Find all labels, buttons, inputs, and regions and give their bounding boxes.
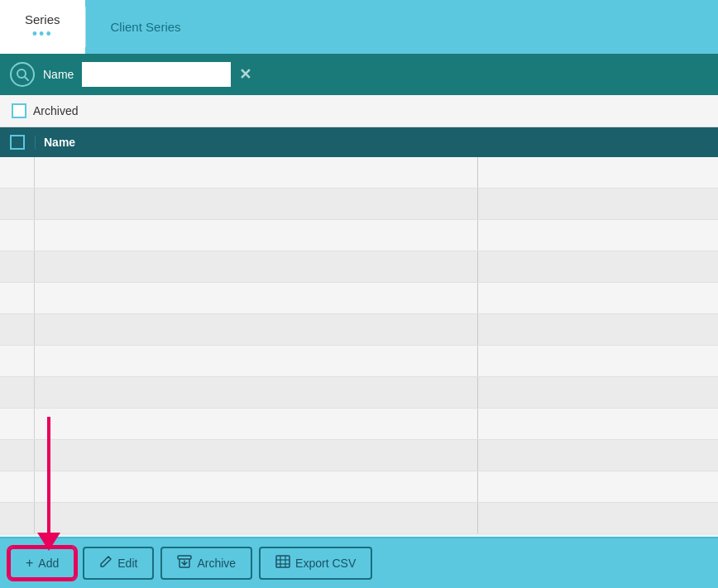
row-extra	[478, 346, 718, 376]
edit-button[interactable]: Edit	[83, 547, 154, 580]
row-name	[35, 346, 478, 376]
table-row[interactable]	[0, 251, 718, 283]
table-header: Name	[0, 127, 718, 157]
row-extra	[478, 251, 718, 282]
row-checkbox[interactable]	[0, 409, 35, 439]
row-checkbox[interactable]	[0, 377, 35, 408]
table-row[interactable]	[0, 377, 718, 409]
svg-rect-3	[276, 556, 290, 567]
archive-button-label: Archive	[197, 557, 236, 570]
header-select-all-checkbox[interactable]	[10, 135, 25, 150]
row-name	[35, 377, 478, 408]
row-extra	[478, 157, 718, 188]
row-extra	[478, 409, 718, 439]
search-clear-button[interactable]: ✕	[239, 65, 251, 84]
table-row[interactable]	[0, 189, 718, 220]
main-content: Name ✕ Archived Name	[0, 54, 718, 588]
row-name	[35, 314, 478, 345]
tab-client-series[interactable]: Client Series	[86, 0, 206, 54]
row-name	[35, 440, 478, 471]
row-checkbox[interactable]	[0, 346, 35, 376]
archived-label: Archived	[33, 104, 78, 117]
row-extra	[478, 189, 718, 219]
row-checkbox[interactable]	[0, 503, 35, 533]
svg-rect-2	[178, 556, 191, 559]
table-row[interactable]	[0, 157, 718, 189]
row-name	[35, 251, 478, 282]
row-extra	[478, 440, 718, 471]
row-extra	[478, 503, 718, 533]
row-name	[35, 471, 478, 502]
row-checkbox[interactable]	[0, 189, 35, 219]
row-name	[35, 189, 478, 219]
table-row[interactable]	[0, 471, 718, 503]
row-name	[35, 157, 478, 188]
row-name	[35, 409, 478, 439]
action-bar: + Add Edit Archi	[0, 537, 718, 588]
row-name	[35, 503, 478, 533]
row-extra	[478, 314, 718, 345]
row-checkbox[interactable]	[0, 220, 35, 251]
archive-button[interactable]: Archive	[160, 547, 252, 580]
tab-series-dots: •••	[32, 26, 53, 41]
svg-line-1	[25, 77, 28, 80]
table-row[interactable]	[0, 283, 718, 314]
add-icon: +	[26, 556, 33, 571]
edit-button-label: Edit	[117, 557, 137, 570]
row-name	[35, 283, 478, 313]
table-row[interactable]	[0, 314, 718, 346]
archived-checkbox[interactable]	[12, 103, 26, 118]
search-bar: Name ✕	[0, 54, 718, 95]
tab-series[interactable]: Series •••	[0, 0, 85, 54]
row-checkbox[interactable]	[0, 251, 35, 282]
row-checkbox[interactable]	[0, 314, 35, 345]
archived-filter-row: Archived	[0, 95, 718, 127]
table-row[interactable]	[0, 346, 718, 377]
tab-series-label: Series	[25, 12, 60, 26]
tab-client-series-label: Client Series	[111, 20, 181, 34]
export-csv-icon	[275, 555, 290, 571]
header-checkbox-cell	[0, 135, 35, 150]
archive-icon	[177, 555, 192, 571]
row-name	[35, 220, 478, 251]
row-extra	[478, 471, 718, 502]
export-csv-button-label: Export CSV	[295, 557, 356, 570]
edit-icon	[99, 555, 112, 571]
search-field-label: Name	[43, 68, 74, 81]
table-row[interactable]	[0, 409, 718, 440]
row-checkbox[interactable]	[0, 471, 35, 502]
content-area: Name	[0, 127, 718, 588]
column-name-header: Name	[35, 136, 478, 149]
row-checkbox[interactable]	[0, 157, 35, 188]
table-body	[0, 157, 718, 534]
row-extra	[478, 220, 718, 251]
search-input[interactable]	[82, 62, 231, 87]
row-checkbox[interactable]	[0, 440, 35, 471]
row-extra	[478, 377, 718, 408]
add-button[interactable]: + Add	[8, 547, 76, 580]
table-row[interactable]	[0, 503, 718, 534]
table-row[interactable]	[0, 220, 718, 251]
row-extra	[478, 283, 718, 313]
table-row[interactable]	[0, 440, 718, 471]
add-button-label: Add	[38, 557, 59, 570]
tab-bar: Series ••• Client Series	[0, 0, 718, 54]
row-checkbox[interactable]	[0, 283, 35, 313]
export-csv-button[interactable]: Export CSV	[259, 547, 372, 580]
search-icon	[10, 62, 35, 87]
